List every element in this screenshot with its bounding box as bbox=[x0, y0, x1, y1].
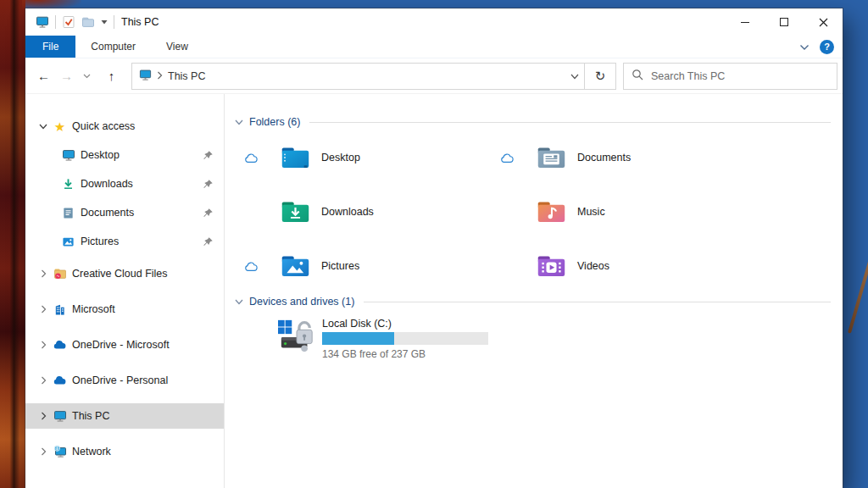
drive-item-local-disk[interactable]: Local Disk (C:) 134 GB free of 237 GB bbox=[235, 318, 834, 360]
group-rule bbox=[364, 302, 831, 302]
sidebar-item-microsoft[interactable]: Microsoft bbox=[25, 297, 224, 322]
sidebar-item-this-pc[interactable]: This PC bbox=[25, 403, 224, 429]
tab-file[interactable]: File bbox=[25, 36, 75, 58]
close-icon bbox=[819, 18, 828, 27]
wallpaper-left-strip bbox=[0, 0, 25, 488]
sidebar-item-downloads[interactable]: Downloads bbox=[25, 171, 224, 197]
refresh-button[interactable]: ↻ bbox=[584, 63, 616, 90]
sidebar-item-desktop[interactable]: Desktop bbox=[25, 142, 224, 168]
downloads-icon bbox=[61, 178, 75, 191]
search-input[interactable] bbox=[651, 70, 829, 82]
downloads-folder-icon bbox=[280, 198, 311, 225]
sidebar-label: OneDrive - Microsoft bbox=[72, 339, 170, 351]
breadcrumb-this-pc[interactable]: This PC bbox=[168, 70, 205, 82]
recent-locations-chevron[interactable] bbox=[78, 64, 95, 88]
minimize-icon bbox=[741, 22, 749, 23]
sidebar-label: Microsoft bbox=[72, 303, 115, 315]
creative-cloud-folder-icon bbox=[53, 267, 67, 280]
minimize-button[interactable] bbox=[726, 8, 765, 36]
address-dropdown-chevron-icon[interactable] bbox=[570, 70, 579, 82]
close-button[interactable] bbox=[804, 8, 843, 36]
chevron-right-icon[interactable] bbox=[34, 305, 53, 313]
star-icon: ★ bbox=[53, 120, 67, 133]
pin-icon bbox=[203, 179, 214, 190]
qat-customize-caret-icon[interactable] bbox=[101, 19, 108, 25]
wallpaper-twig bbox=[848, 255, 868, 333]
chevron-right-icon[interactable] bbox=[34, 412, 53, 420]
titlebar-separator bbox=[114, 15, 114, 29]
folders-grid: Desktop Documents bbox=[235, 139, 834, 285]
folder-label: Documents bbox=[577, 152, 631, 164]
tab-computer[interactable]: Computer bbox=[75, 36, 151, 58]
cloud-status-icon bbox=[244, 152, 259, 164]
onedrive-icon bbox=[53, 375, 67, 385]
this-pc-icon bbox=[53, 409, 67, 423]
group-header-folders[interactable]: Folders (6) bbox=[235, 116, 834, 128]
pin-icon bbox=[203, 236, 214, 247]
up-button[interactable]: ↑ bbox=[100, 64, 123, 88]
folder-item-music[interactable]: Music bbox=[491, 193, 747, 230]
back-button[interactable]: ← bbox=[32, 64, 55, 88]
sidebar-item-onedrive-microsoft[interactable]: OneDrive - Microsoft bbox=[25, 332, 224, 358]
expand-ribbon-chevron-icon[interactable] bbox=[799, 39, 810, 54]
sidebar-item-quick-access[interactable]: ★ Quick access bbox=[25, 114, 224, 139]
sidebar-label: Downloads bbox=[81, 178, 133, 190]
sidebar-label: Desktop bbox=[81, 149, 120, 161]
documents-icon bbox=[61, 207, 75, 219]
sidebar-label: Creative Cloud Files bbox=[72, 268, 168, 280]
chevron-down-icon[interactable] bbox=[34, 124, 53, 130]
chevron-right-icon[interactable] bbox=[34, 341, 53, 349]
folder-label: Downloads bbox=[321, 206, 374, 218]
desktop-folder-icon bbox=[280, 144, 311, 171]
sidebar-label: Quick access bbox=[72, 120, 135, 132]
chevron-right-icon[interactable] bbox=[34, 447, 53, 456]
file-explorer-window: This PC File Computer View ? ← → ↑ bbox=[25, 8, 843, 488]
folder-label: Pictures bbox=[321, 260, 359, 272]
drive-free-space: 134 GB free of 237 GB bbox=[322, 348, 488, 360]
folder-item-documents[interactable]: Documents bbox=[491, 139, 747, 176]
chevron-down-icon bbox=[235, 299, 243, 305]
title-bar[interactable]: This PC bbox=[25, 8, 843, 36]
music-folder-icon bbox=[536, 198, 567, 225]
sidebar-item-documents[interactable]: Documents bbox=[25, 200, 224, 225]
sidebar-item-creative-cloud-files[interactable]: Creative Cloud Files bbox=[25, 261, 224, 286]
folder-label: Videos bbox=[577, 260, 609, 272]
qat-new-folder-icon[interactable] bbox=[81, 15, 95, 29]
sidebar-item-pictures[interactable]: Pictures bbox=[25, 229, 224, 254]
group-rule bbox=[309, 122, 831, 123]
building-icon bbox=[53, 303, 67, 316]
chevron-right-icon[interactable] bbox=[34, 376, 53, 385]
folder-item-pictures[interactable]: Pictures bbox=[235, 247, 491, 285]
search-box[interactable] bbox=[623, 63, 837, 90]
forward-button[interactable]: → bbox=[55, 64, 78, 88]
window-title: This PC bbox=[121, 16, 159, 28]
documents-folder-icon bbox=[536, 144, 567, 171]
group-header-devices[interactable]: Devices and drives (1) bbox=[235, 296, 834, 308]
desktop-icon bbox=[61, 148, 75, 162]
tab-view[interactable]: View bbox=[151, 36, 203, 58]
sidebar-item-onedrive-personal[interactable]: OneDrive - Personal bbox=[25, 368, 224, 393]
address-bar[interactable]: This PC bbox=[131, 63, 585, 90]
help-button[interactable]: ? bbox=[820, 40, 834, 54]
folder-item-desktop[interactable]: Desktop bbox=[235, 139, 491, 176]
chevron-right-icon[interactable] bbox=[34, 269, 53, 278]
titlebar-separator bbox=[55, 15, 56, 29]
qat-properties-check-icon[interactable] bbox=[62, 15, 75, 29]
content-area: Folders (6) Desktop bbox=[225, 94, 843, 488]
search-icon bbox=[632, 69, 643, 84]
breadcrumb-chevron-icon[interactable] bbox=[157, 70, 163, 82]
cloud-status-icon bbox=[244, 261, 259, 272]
pictures-folder-icon bbox=[280, 252, 311, 280]
folder-item-downloads[interactable]: Downloads bbox=[235, 193, 491, 230]
sidebar-label: Documents bbox=[81, 207, 134, 219]
group-label: Devices and drives (1) bbox=[249, 296, 354, 308]
group-label: Folders (6) bbox=[249, 116, 300, 128]
folder-item-videos[interactable]: Videos bbox=[491, 247, 747, 285]
onedrive-icon bbox=[53, 340, 67, 350]
sidebar-item-network[interactable]: Network bbox=[25, 439, 224, 464]
local-disk-icon bbox=[276, 318, 317, 355]
maximize-button[interactable] bbox=[765, 8, 804, 36]
sidebar-label: Network bbox=[72, 446, 111, 458]
pictures-icon bbox=[61, 236, 75, 248]
maximize-icon bbox=[780, 18, 788, 26]
